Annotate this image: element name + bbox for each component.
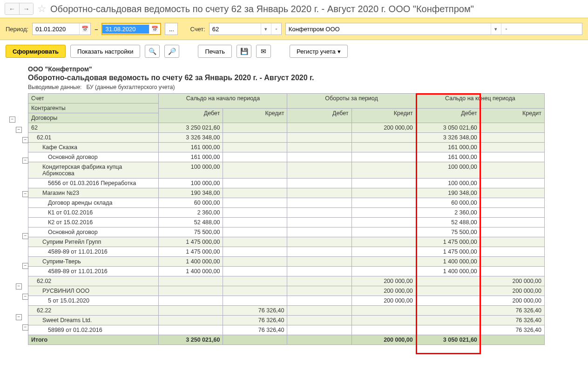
cell-turn-credit: [351, 188, 416, 198]
table-row[interactable]: Кондитерская фабрика купца Абрикосова100…: [28, 162, 545, 179]
table-row[interactable]: Кафе Сказка161 000,00161 000,00: [28, 143, 545, 152]
open-external-icon[interactable]: ▫: [501, 23, 511, 34]
table-row[interactable]: Суприм Ритейл Групп1 475 000,001 475 000…: [28, 237, 545, 247]
period-more-button[interactable]: ...: [165, 23, 178, 35]
cell-end-debit: [416, 325, 480, 335]
search-down-icon: 🔎: [168, 48, 176, 55]
cell-start-credit: [223, 133, 287, 143]
table-row[interactable]: Суприм-Тверь1 400 000,001 400 000,00: [28, 257, 545, 267]
table-row[interactable]: К2 от 15.02.201652 488,0052 488,00: [28, 218, 545, 227]
cell-start-debit: 3 250 021,60: [159, 335, 223, 345]
table-row[interactable]: 62.2276 326,4076 326,40: [28, 306, 545, 316]
cell-start-debit: 1 400 000,00: [159, 267, 223, 276]
cell-end-credit: 200 000,00: [480, 276, 544, 286]
chevron-down-icon[interactable]: ▾: [261, 23, 271, 34]
tree-collapse-button[interactable]: −: [22, 263, 28, 269]
row-label: Суприм-Тверь: [28, 257, 159, 267]
cell-end-debit: [416, 276, 480, 286]
show-settings-button[interactable]: Показать настройки: [70, 45, 140, 58]
email-button[interactable]: ✉: [256, 45, 271, 58]
cell-start-credit: 76 326,40: [223, 325, 287, 335]
cell-start-credit: [223, 276, 287, 286]
table-row[interactable]: 623 250 021,60200 000,003 050 021,60: [28, 123, 545, 133]
cell-turn-debit: [287, 123, 351, 133]
find-next-button[interactable]: 🔎: [164, 45, 179, 58]
col-start-balance: Сальдо на начало периода: [159, 94, 287, 109]
cell-end-debit: 3 050 021,60: [416, 335, 480, 345]
tree-collapse-button[interactable]: −: [22, 324, 28, 331]
cell-start-debit: 100 000,00: [159, 162, 223, 179]
table-row[interactable]: Итого3 250 021,60200 000,003 050 021,60: [28, 335, 545, 345]
envelope-icon: ✉: [261, 48, 266, 55]
date-to-input[interactable]: [102, 25, 149, 34]
save-button[interactable]: 💾: [237, 45, 251, 58]
cell-start-credit: [223, 188, 287, 198]
period-label: Период:: [6, 26, 28, 33]
org-field[interactable]: ▾ ▫: [285, 23, 582, 35]
cell-turn-debit: [287, 247, 351, 257]
page-title: Оборотно-сальдовая ведомость по счету 62…: [50, 4, 474, 14]
tree-collapse-button[interactable]: −: [16, 283, 22, 289]
table-row[interactable]: Основной договор161 000,00161 000,00: [28, 152, 545, 162]
table-row[interactable]: Основной договор75 500,0075 500,00: [28, 227, 545, 237]
save-icon: 💾: [240, 48, 248, 55]
tree-collapse-button[interactable]: −: [22, 294, 28, 300]
cell-turn-debit: [287, 286, 351, 296]
register-menu-button[interactable]: Регистр учета ▾: [290, 45, 348, 58]
row-label: 62.01: [28, 133, 159, 143]
tree-collapse-button[interactable]: −: [22, 137, 28, 143]
cell-start-debit: 190 348,00: [159, 188, 223, 198]
account-field[interactable]: ▾ ▫: [209, 23, 282, 35]
search-button[interactable]: 🔍: [145, 45, 160, 58]
tree-collapse-button[interactable]: −: [22, 191, 28, 197]
org-input[interactable]: [286, 25, 491, 34]
cell-turn-credit: [351, 237, 416, 247]
table-row[interactable]: 4589-89 от 11.01.20161 400 000,001 400 0…: [28, 267, 545, 276]
generate-button[interactable]: Сформировать: [6, 45, 66, 58]
row-label: Sweet Dreams Ltd.: [28, 316, 159, 325]
date-from-input[interactable]: [33, 25, 79, 34]
nav-forward-button[interactable]: →: [19, 3, 33, 14]
print-button[interactable]: Печать: [198, 45, 232, 58]
col-contracts: Договоры: [28, 113, 158, 121]
tree-collapse-button[interactable]: −: [22, 158, 28, 164]
cell-end-credit: [480, 198, 544, 208]
table-row[interactable]: 5 от 15.01.2020200 000,00200 000,00: [28, 296, 545, 306]
table-row[interactable]: 5656 от 01.03.2016 Переработка100 000,00…: [28, 179, 545, 188]
col-credit: Кредит: [351, 108, 416, 123]
cell-start-credit: [223, 296, 287, 306]
favorite-star-icon[interactable]: ☆: [37, 3, 47, 15]
chevron-down-icon[interactable]: ▾: [491, 23, 501, 34]
date-to-field[interactable]: 📅: [101, 23, 161, 35]
nav-back-button[interactable]: ←: [5, 3, 19, 14]
cell-end-credit: 200 000,00: [480, 286, 544, 296]
cell-start-debit: [159, 296, 223, 306]
col-turnover: Обороты за период: [287, 94, 416, 109]
tree-collapse-button[interactable]: −: [16, 127, 22, 133]
table-row[interactable]: РУСВИНИЛ ООО200 000,00200 000,00: [28, 286, 545, 296]
col-credit: Кредит: [480, 108, 544, 123]
cell-turn-debit: [287, 276, 351, 286]
table-row[interactable]: 58989 от 01.02.201676 326,4076 326,40: [28, 325, 545, 335]
tree-collapse-button[interactable]: −: [22, 233, 28, 239]
open-external-icon[interactable]: ▫: [271, 23, 281, 34]
cell-start-debit: 3 250 021,60: [159, 123, 223, 133]
table-row[interactable]: 62.02200 000,00200 000,00: [28, 276, 545, 286]
table-row[interactable]: К1 от 01.02.20162 360,002 360,00: [28, 208, 545, 218]
cell-turn-credit: [351, 306, 416, 316]
table-row[interactable]: Магазин №23190 348,00190 348,00: [28, 188, 545, 198]
date-from-field[interactable]: 📅: [32, 23, 91, 35]
calendar-icon[interactable]: 📅: [79, 23, 90, 34]
cell-start-credit: [223, 179, 287, 188]
cell-end-debit: [416, 316, 480, 325]
cell-end-credit: [480, 179, 544, 188]
table-row[interactable]: 4589-89 от 11.01.20161 475 000,001 475 0…: [28, 247, 545, 257]
table-row[interactable]: Договор аренды склада60 000,0060 000,00: [28, 198, 545, 208]
tree-collapse-button[interactable]: −: [16, 314, 22, 320]
table-row[interactable]: Sweet Dreams Ltd.76 326,4076 326,40: [28, 316, 545, 325]
calendar-icon[interactable]: 📅: [149, 23, 160, 34]
cell-end-credit: 76 326,40: [480, 306, 544, 316]
account-input[interactable]: [210, 25, 261, 34]
table-row[interactable]: 62.013 326 348,003 326 348,00: [28, 133, 545, 143]
tree-collapse-button[interactable]: −: [9, 117, 15, 123]
